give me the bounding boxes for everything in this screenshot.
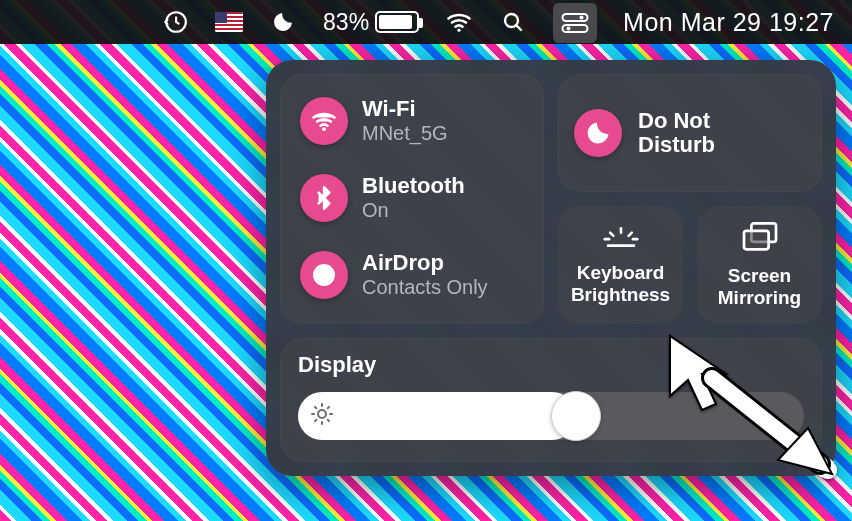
brightness-sun-icon (310, 402, 334, 430)
dnd-label-line2: Disturb (638, 133, 715, 157)
svg-point-7 (322, 127, 326, 131)
moon-icon (574, 109, 622, 157)
svg-rect-12 (744, 231, 769, 249)
keyboard-brightness-button[interactable]: Keyboard Brightness (558, 206, 683, 324)
bluetooth-toggle[interactable]: Bluetooth On (286, 159, 538, 236)
do-not-disturb-toggle[interactable]: Do Not Disturb (558, 74, 822, 192)
airdrop-toggle[interactable]: AirDrop Contacts Only (286, 236, 538, 313)
svg-point-10 (314, 265, 334, 285)
control-center-panel: Wi-Fi MNet_5G Bluetooth On AirDrop Conta… (266, 60, 836, 476)
svg-point-6 (567, 27, 571, 31)
svg-point-4 (580, 16, 584, 20)
control-center-icon[interactable] (553, 3, 597, 43)
connectivity-tile: Wi-Fi MNet_5G Bluetooth On AirDrop Conta… (280, 74, 544, 324)
display-heading: Display (298, 352, 804, 378)
svg-rect-3 (563, 14, 588, 21)
battery-percent-label: 83% (323, 9, 369, 36)
screen-mirroring-icon (740, 221, 780, 257)
battery-icon (375, 11, 419, 33)
wifi-label: Wi-Fi (362, 96, 448, 122)
airdrop-label: AirDrop (362, 250, 488, 276)
menu-bar: 83% Mon Mar 29 19:27 (0, 0, 852, 44)
keyboard-brightness-icon (599, 224, 643, 254)
airdrop-status: Contacts Only (362, 276, 488, 299)
bluetooth-status: On (362, 199, 465, 222)
wifi-menubar-icon[interactable] (445, 8, 473, 36)
bluetooth-label: Bluetooth (362, 173, 465, 199)
svg-point-13 (318, 410, 326, 418)
menu-bar-clock[interactable]: Mon Mar 29 19:27 (623, 8, 834, 37)
svg-point-1 (457, 29, 460, 32)
display-brightness-tile: Display (280, 338, 822, 462)
bluetooth-icon (300, 174, 348, 222)
battery-status[interactable]: 83% (323, 9, 419, 36)
display-brightness-slider[interactable] (298, 392, 804, 440)
wifi-network-name: MNet_5G (362, 122, 448, 145)
time-machine-icon[interactable] (161, 8, 189, 36)
wifi-icon (300, 97, 348, 145)
slider-fill (298, 392, 576, 440)
slider-knob[interactable] (551, 391, 601, 441)
spotlight-icon[interactable] (499, 8, 527, 36)
do-not-disturb-menubar-icon[interactable] (269, 8, 297, 36)
small-tiles-row: Keyboard Brightness Screen Mirroring (558, 206, 822, 324)
svg-rect-5 (563, 25, 588, 32)
input-source-flag[interactable] (215, 12, 243, 32)
airdrop-icon (300, 251, 348, 299)
dnd-label-line1: Do Not (638, 109, 715, 133)
screen-mirroring-button[interactable]: Screen Mirroring (697, 206, 822, 324)
wifi-toggle[interactable]: Wi-Fi MNet_5G (286, 82, 538, 159)
